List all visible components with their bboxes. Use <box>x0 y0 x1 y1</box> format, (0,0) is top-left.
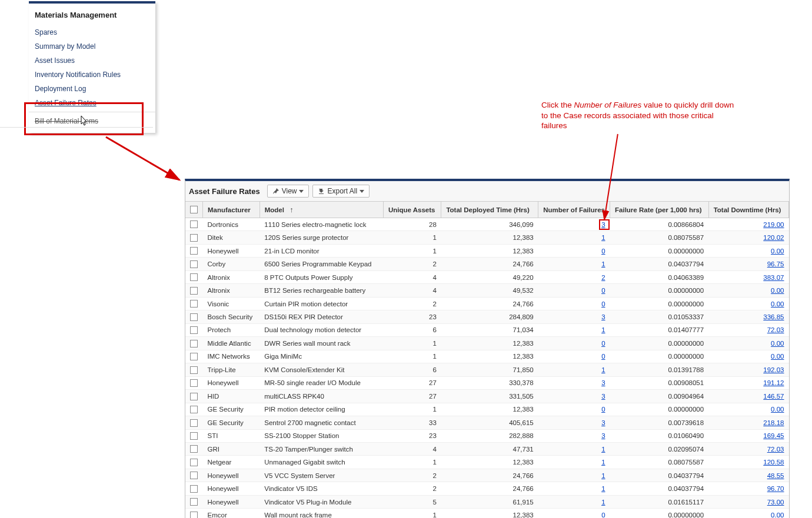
row-checkbox[interactable] <box>190 300 198 308</box>
col-total-downtime[interactable]: Total Downtime (Hrs) <box>708 202 788 218</box>
downtime-link[interactable]: 96.75 <box>767 260 784 268</box>
sidebar-item-asset-failure-rates[interactable]: Asset Failure Rates <box>29 96 155 110</box>
downtime-link[interactable]: 96.70 <box>767 485 784 492</box>
row-checkbox[interactable] <box>190 313 198 321</box>
row-checkbox[interactable] <box>190 419 198 427</box>
cell-downtime: 191.12 <box>708 376 788 389</box>
downtime-link[interactable]: 0.00 <box>771 406 784 413</box>
downtime-link[interactable]: 72.03 <box>767 326 784 333</box>
failures-link[interactable]: 1 <box>601 485 605 492</box>
downtime-link[interactable]: 383.07 <box>763 274 784 281</box>
failures-link[interactable]: 3 <box>601 313 605 320</box>
failures-link[interactable]: 3 <box>601 432 605 439</box>
failures-link[interactable]: 1 <box>601 366 605 373</box>
sidebar-item-deployment-log[interactable]: Deployment Log <box>29 82 155 96</box>
failures-link[interactable]: 1 <box>601 326 605 333</box>
downtime-link[interactable]: 219.00 <box>763 221 784 228</box>
row-checkbox[interactable] <box>190 220 198 228</box>
failures-link[interactable]: 3 <box>601 379 605 386</box>
failures-link[interactable]: 3 <box>601 419 605 426</box>
failures-link[interactable]: 0 <box>601 353 605 360</box>
cell-manufacturer: IMC Networks <box>203 350 260 363</box>
failures-link[interactable]: 1 <box>601 446 605 453</box>
sort-asc-icon: ↑ <box>289 205 294 214</box>
cell-model: DS150i REX PIR Detector <box>259 310 383 323</box>
cell-manufacturer: GRI <box>203 442 260 455</box>
col-unique-assets[interactable]: Unique Assets <box>383 202 441 218</box>
failures-link[interactable]: 0 <box>601 287 605 294</box>
downtime-link[interactable]: 120.02 <box>763 234 784 241</box>
row-checkbox[interactable] <box>190 406 198 413</box>
cell-failures: 1 <box>538 258 610 270</box>
col-model[interactable]: Model ↑ <box>259 202 383 218</box>
row-checkbox[interactable] <box>190 287 198 295</box>
failures-link[interactable]: 0 <box>601 248 605 255</box>
sidebar-item-summary-by-model[interactable]: Summary by Model <box>29 39 155 54</box>
row-checkbox[interactable] <box>190 273 198 281</box>
row-checkbox[interactable] <box>190 340 198 347</box>
row-checkbox[interactable] <box>190 247 198 255</box>
sidebar-item-bill-of-material-items[interactable]: Bill of Material Items <box>29 114 155 128</box>
checkbox-icon[interactable] <box>190 206 198 213</box>
row-checkbox[interactable] <box>190 459 198 466</box>
cell-manufacturer: Honeywell <box>203 469 260 482</box>
failure-rates-table: Manufacturer Model ↑ Unique Assets Total… <box>185 202 789 518</box>
row-checkbox[interactable] <box>190 393 198 400</box>
downtime-link[interactable]: 0.00 <box>771 248 784 255</box>
downtime-link[interactable]: 192.03 <box>763 366 784 373</box>
col-manufacturer[interactable]: Manufacturer <box>203 202 260 218</box>
downtime-link[interactable]: 169.45 <box>763 432 784 439</box>
downtime-link[interactable]: 48.55 <box>767 472 784 479</box>
downtime-link[interactable]: 0.00 <box>771 353 784 360</box>
failures-link[interactable]: 1 <box>601 234 605 241</box>
row-checkbox[interactable] <box>190 326 198 334</box>
row-checkbox[interactable] <box>190 485 198 493</box>
row-checkbox[interactable] <box>190 260 198 268</box>
row-checkbox[interactable] <box>190 234 198 242</box>
sidebar-item-spares[interactable]: Spares <box>29 25 155 39</box>
row-checkbox[interactable] <box>190 472 198 479</box>
row-checkbox[interactable] <box>190 512 198 518</box>
row-checkbox[interactable] <box>190 353 198 360</box>
failures-link[interactable]: 3 <box>601 393 605 400</box>
cell-assets: 28 <box>383 218 441 231</box>
failures-link[interactable]: 2 <box>601 274 605 281</box>
downtime-link[interactable]: 0.00 <box>771 300 784 308</box>
downtime-link[interactable]: 73.00 <box>767 499 784 506</box>
row-checkbox[interactable] <box>190 432 198 440</box>
failures-link[interactable]: 1 <box>601 260 605 268</box>
downtime-link[interactable]: 0.00 <box>771 512 784 518</box>
row-checkbox[interactable] <box>190 379 198 387</box>
failures-link[interactable]: 3 <box>601 221 605 228</box>
downtime-link[interactable]: 0.00 <box>771 287 784 294</box>
failures-link[interactable]: 1 <box>601 499 605 506</box>
downtime-link[interactable]: 336.85 <box>763 313 784 320</box>
view-button[interactable]: View <box>267 185 310 198</box>
failures-link[interactable]: 0 <box>601 512 605 518</box>
cell-manufacturer: Protech <box>203 323 260 336</box>
failures-link[interactable]: 1 <box>601 459 605 466</box>
cell-downtime: 48.55 <box>708 469 788 482</box>
downtime-link[interactable]: 120.58 <box>763 459 784 466</box>
export-all-button[interactable]: Export All <box>312 185 370 198</box>
col-deployed-time[interactable]: Total Deployed Time (Hrs) <box>441 202 538 218</box>
col-num-failures[interactable]: Number of Failures <box>538 202 610 218</box>
sidebar-item-asset-issues[interactable]: Asset Issues <box>29 54 155 68</box>
row-checkbox[interactable] <box>190 445 198 453</box>
failures-link[interactable]: 1 <box>601 472 605 479</box>
cell-rate: 0.00866804 <box>610 218 709 231</box>
sidebar-item-inventory-notification-rules[interactable]: Inventory Notification Rules <box>29 68 155 82</box>
failures-link[interactable]: 0 <box>601 406 605 413</box>
select-all-header[interactable] <box>185 202 203 218</box>
failures-link[interactable]: 0 <box>601 340 605 347</box>
row-checkbox[interactable] <box>190 498 198 506</box>
downtime-link[interactable]: 0.00 <box>771 340 784 347</box>
col-failure-rate[interactable]: Failure Rate (per 1,000 hrs) <box>610 202 709 218</box>
downtime-link[interactable]: 218.18 <box>763 419 784 426</box>
downtime-link[interactable]: 72.03 <box>767 446 784 453</box>
downtime-link[interactable]: 146.57 <box>763 393 784 400</box>
row-checkbox[interactable] <box>190 366 198 374</box>
downtime-link[interactable]: 191.12 <box>763 379 784 386</box>
failures-link[interactable]: 0 <box>601 300 605 308</box>
divider <box>29 112 155 112</box>
